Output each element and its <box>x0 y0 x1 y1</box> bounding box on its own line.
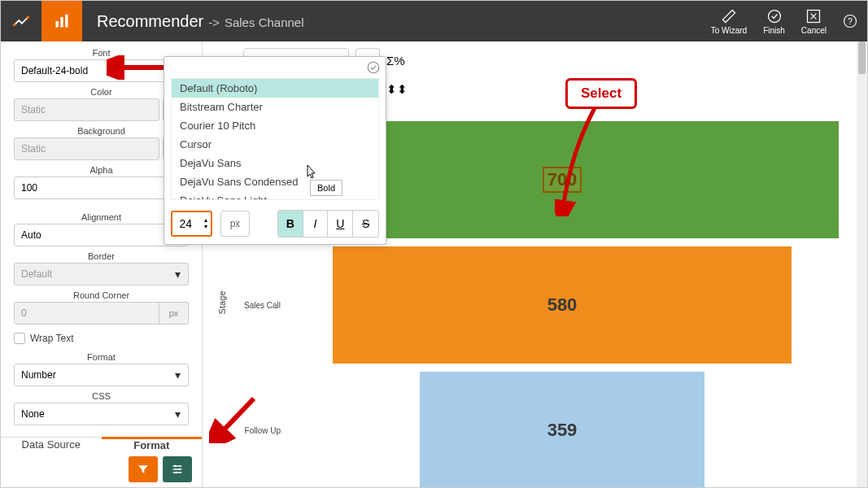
border-select[interactable] <box>14 263 189 285</box>
cancel-label: Cancel <box>801 26 827 35</box>
unit-button[interactable]: px <box>220 211 251 237</box>
underline-button[interactable]: U <box>328 211 353 237</box>
svg-rect-3 <box>60 17 63 28</box>
css-label: CSS <box>14 391 189 401</box>
bar-category: Sales Call <box>240 301 286 310</box>
bar-segment[interactable]: 580 <box>333 246 792 364</box>
to-wizard-button[interactable]: To Wizard <box>711 8 747 35</box>
page-title: Recommender -> Sales Channel <box>97 12 304 31</box>
y-axis-title: Stage <box>217 291 227 315</box>
title-breadcrumb: Sales Channel <box>225 15 304 29</box>
svg-point-5 <box>768 10 780 22</box>
annotation-arrow-icon <box>209 394 258 443</box>
svg-point-10 <box>178 468 181 471</box>
font-picker-popup: Default (Roboto) Bitstream Charter Couri… <box>164 56 386 245</box>
title-arrow: -> <box>208 15 220 29</box>
color-input[interactable] <box>14 98 159 121</box>
round-unit: px <box>159 302 189 325</box>
css-select[interactable] <box>14 403 189 425</box>
align-label: Alignment <box>14 212 189 222</box>
bar-value: 580 <box>547 294 578 316</box>
format-select[interactable] <box>14 364 189 386</box>
confirm-check-icon[interactable] <box>366 60 381 78</box>
font-list[interactable]: Default (Roboto) Bitstream Charter Couri… <box>171 78 379 200</box>
font-option[interactable]: Courier 10 Pitch <box>172 116 378 135</box>
tab-format[interactable]: Format <box>102 437 203 451</box>
size-value: 24 <box>180 217 193 230</box>
app-logo-icon[interactable] <box>1 1 41 41</box>
tab-data-source[interactable]: Data Source <box>1 438 102 451</box>
bold-button[interactable]: B <box>278 211 303 237</box>
color-label: Color <box>14 87 189 97</box>
app-header: Recommender -> Sales Channel To Wizard F… <box>1 1 867 41</box>
strike-button[interactable]: S <box>353 211 378 237</box>
title-main: Recommender <box>97 12 203 31</box>
bg-label: Background <box>14 126 189 136</box>
wrap-label: Wrap Text <box>30 333 74 344</box>
checkbox-icon <box>14 333 25 344</box>
font-option[interactable]: DejaVu Sans <box>172 154 378 172</box>
bar-segment[interactable]: 359 <box>420 372 704 487</box>
font-option[interactable]: Bitstream Charter <box>172 98 378 116</box>
format-label: Format <box>14 352 189 362</box>
annotation-callout: Select <box>565 78 637 109</box>
annotation-arrow-icon <box>555 102 604 216</box>
font-option[interactable]: DejaVu Sans Light <box>172 191 378 200</box>
wizard-label: To Wizard <box>711 26 747 35</box>
svg-rect-4 <box>65 15 68 28</box>
size-stepper-icon[interactable]: ▴▾ <box>204 217 207 230</box>
italic-button[interactable]: I <box>303 211 329 237</box>
svg-text:?: ? <box>848 16 853 26</box>
sigma-icon[interactable]: Σ% <box>386 54 405 68</box>
font-option[interactable]: Default (Roboto) <box>172 79 378 98</box>
stage-sort-icon[interactable]: ⬍⬍ <box>386 82 408 97</box>
svg-point-12 <box>368 62 379 73</box>
finish-label: Finish <box>763 26 785 35</box>
svg-point-1 <box>26 16 29 20</box>
border-label: Border <box>14 251 189 261</box>
svg-point-11 <box>175 472 177 474</box>
svg-point-0 <box>13 24 16 27</box>
help-button[interactable]: ? <box>843 14 857 28</box>
bar-value: 359 <box>547 420 578 441</box>
round-label: Round Corner <box>14 290 189 300</box>
svg-rect-2 <box>56 21 59 28</box>
font-option[interactable]: Cursor <box>172 135 378 154</box>
alpha-input[interactable] <box>14 176 189 199</box>
bg-input[interactable] <box>14 137 159 160</box>
page-scrollbar[interactable] <box>857 41 867 487</box>
wrap-text-checkbox[interactable]: Wrap Text <box>14 333 189 344</box>
chart-type-icon[interactable] <box>41 1 82 41</box>
svg-point-9 <box>174 465 177 468</box>
cancel-button[interactable]: Cancel <box>801 8 827 35</box>
font-option[interactable]: DejaVu Sans Condensed <box>172 172 378 191</box>
header-actions: To Wizard Finish Cancel ? <box>711 8 867 35</box>
settings-button[interactable] <box>163 456 192 482</box>
cursor-icon <box>303 163 318 185</box>
round-input[interactable] <box>14 302 159 325</box>
align-input[interactable] <box>14 224 189 246</box>
finish-button[interactable]: Finish <box>763 8 785 35</box>
annotation-arrow-icon <box>107 55 172 80</box>
alpha-label: Alpha <box>14 165 189 175</box>
font-size-input[interactable]: 24▴▾ <box>171 211 212 237</box>
filter-button[interactable] <box>129 456 158 482</box>
